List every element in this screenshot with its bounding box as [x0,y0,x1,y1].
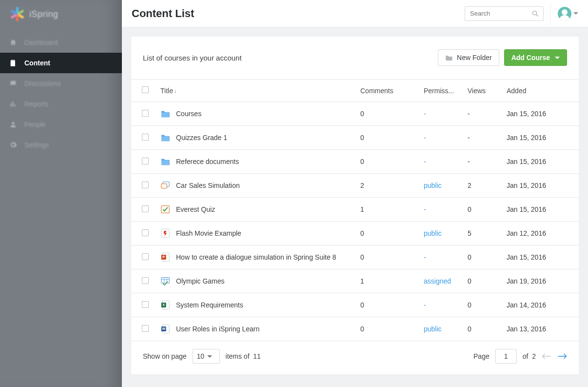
row-permission[interactable]: - [418,150,462,174]
sidebar-item-label: Dashboard [24,39,58,46]
row-views: 5 [462,222,501,245]
row-permission[interactable]: public [418,317,462,341]
col-title[interactable]: Title↓ [155,80,354,102]
pager-right: Page 1 of 2 [473,349,567,364]
row-title[interactable]: How to create a dialogue simulation in S… [176,253,336,261]
flash-icon [160,228,170,238]
row-comments: 1 [354,269,418,293]
row-checkbox[interactable] [142,301,149,308]
row-permission[interactable]: assigned [418,269,462,293]
row-checkbox[interactable] [142,158,149,164]
col-added[interactable]: Added [501,80,579,102]
row-permission[interactable]: - [418,198,462,222]
items-of-label: items of [226,352,250,360]
ppt-icon: P [160,252,170,262]
row-title[interactable]: Flash Movie Example [176,229,241,237]
table-row[interactable]: Flash Movie Example0public5Jan 12, 2016 [131,222,579,245]
row-checkbox[interactable] [142,182,149,188]
table-header-row: Title↓ Comments Permiss... Views Added [131,80,579,102]
page-title: Content List [132,7,194,20]
row-comments: 2 [354,174,418,198]
table-row[interactable]: PHow to create a dialogue simulation in … [131,245,579,269]
person-icon [9,120,18,129]
user-menu[interactable] [558,7,578,20]
sort-asc-icon: ↓ [174,88,177,94]
row-checkbox[interactable] [142,277,149,284]
row-title[interactable]: Everest Quiz [176,205,215,213]
sidebar-item-discussions[interactable]: Discussions [0,73,122,94]
folder-icon [445,54,453,61]
row-added: Jan 15, 2016 [501,102,579,126]
row-comments: 0 [354,126,418,150]
svg-point-1 [533,11,537,15]
brand: iSpring [0,0,122,28]
select-all-checkbox[interactable] [142,86,149,93]
sidebar-item-reports[interactable]: Reports [0,94,122,114]
add-course-label: Add Course [511,54,550,61]
col-permissions[interactable]: Permiss... [418,80,462,102]
table-row[interactable]: Everest Quiz1-0Jan 15, 2016 [131,198,579,222]
card-header: List of courses in your account New Fold… [131,37,579,79]
row-checkbox[interactable] [142,229,149,236]
add-course-button[interactable]: Add Course [504,49,567,66]
sidebar-item-label: Settings [24,141,49,149]
row-views: - [462,150,501,174]
chat-icon [9,79,18,88]
brand-name: iSpring [29,9,59,20]
sidebar-item-content[interactable]: Content [0,53,122,73]
table-row[interactable]: Car Sales Simulation2public2Jan 15, 2016 [131,174,579,198]
row-added: Jan 15, 2016 [501,245,579,269]
row-title[interactable]: Quizzes Grade 1 [176,134,227,142]
row-views: - [462,102,501,126]
new-folder-button[interactable]: New Folder [438,49,499,66]
sidebar-item-label: People [24,121,46,128]
col-comments[interactable]: Comments [354,80,418,102]
pager-left: Show on page 10 items of 11 [143,349,261,364]
table-icon [160,276,170,286]
row-views: 0 [462,317,501,341]
table-row[interactable]: Olympic Games1assigned0Jan 19, 2016 [131,269,579,293]
row-permission[interactable]: - [418,293,462,317]
new-folder-label: New Folder [457,54,492,61]
row-permission[interactable]: - [418,126,462,150]
sidebar-item-settings[interactable]: Settings [0,135,122,155]
row-checkbox[interactable] [142,253,149,260]
row-added: Jan 15, 2016 [501,174,579,198]
next-page-button[interactable] [557,353,567,360]
row-title[interactable]: User Roles in iSpring Learn [176,325,259,333]
search-icon[interactable] [531,10,539,18]
table-row[interactable]: XSystem Requirements0-0Jan 14, 2016 [131,293,579,317]
content-table: Title↓ Comments Permiss... Views Added C… [131,79,579,341]
row-title[interactable]: System Requirements [176,301,243,309]
search-box[interactable] [465,6,544,21]
col-views[interactable]: Views [462,80,501,102]
row-permission[interactable]: public [418,222,462,245]
row-checkbox[interactable] [142,205,149,212]
row-title[interactable]: Olympic Games [176,277,225,285]
sidebar-item-dashboard[interactable]: Dashboard [0,32,122,53]
row-views: 0 [462,245,501,269]
row-permission[interactable]: - [418,245,462,269]
total-pages: 2 [532,352,536,360]
row-comments: 0 [354,245,418,269]
row-permission[interactable]: public [418,174,462,198]
row-title[interactable]: Courses [176,110,201,118]
table-row[interactable]: WUser Roles in iSpring Learn0public0Jan … [131,317,579,341]
row-checkbox[interactable] [142,325,149,332]
row-title[interactable]: Referece documents [176,158,239,165]
row-permission[interactable]: - [418,102,462,126]
sidebar-item-people[interactable]: People [0,114,122,135]
row-title[interactable]: Car Sales Simulation [176,182,240,189]
row-views: - [462,126,501,150]
table-row[interactable]: Courses0--Jan 15, 2016 [131,102,579,126]
gear-icon [9,141,18,149]
page-size-select[interactable]: 10 [193,349,220,364]
table-row[interactable]: Quizzes Grade 10--Jan 15, 2016 [131,126,579,150]
row-checkbox[interactable] [142,110,149,117]
sidebar-item-label: Discussions [24,80,61,87]
row-checkbox[interactable] [142,134,149,141]
table-row[interactable]: Referece documents0--Jan 15, 2016 [131,150,579,174]
main: Content List List of courses in your acc… [122,0,588,387]
prev-page-button[interactable] [542,353,551,360]
page-input[interactable]: 1 [495,349,517,364]
